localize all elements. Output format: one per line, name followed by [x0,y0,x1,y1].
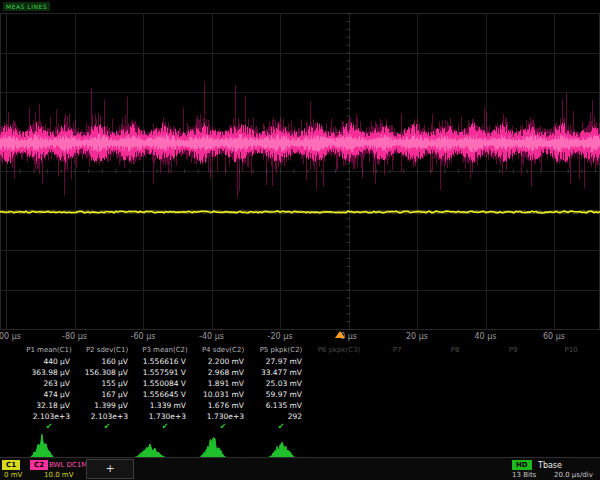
channel-c1-chip[interactable]: C1 [2,460,20,470]
measure-value: 2.968 mV [194,367,252,378]
measure-value: 10.031 mV [194,389,252,400]
channel-c1-scale: 10.0 mV [44,471,73,479]
measure-column-header[interactable]: P2 sdev(C1) [78,345,136,356]
measure-value: 156.308 µV [78,367,136,378]
time-tick-label: -100 µs [0,332,21,341]
measure-value: 1.676 mV [194,400,252,411]
measure-table: P1 mean(C1)P2 sdev(C1)P3 mean(C2)P4 sdev… [0,345,600,433]
measure-value [542,378,600,389]
timebase-label[interactable]: Tbase [538,461,562,470]
measure-column-header[interactable]: P9 [484,345,542,356]
measure-value: 155 µV [78,378,136,389]
measure-column-header[interactable]: P5 pkpk(C2) [252,345,310,356]
measure-value: 6.135 mV [252,400,310,411]
measure-value [426,378,484,389]
measure-status-check [542,422,600,433]
measure-value: 1.557591 V [136,367,194,378]
measure-status-check [310,422,368,433]
measure-status-check [426,422,484,433]
trigger-position-marker[interactable] [335,331,345,338]
measure-status-check [484,422,542,433]
measure-value: 167 µV [78,389,136,400]
time-tick-label: 40 µs [475,332,497,341]
measure-value: 263 µV [20,378,78,389]
measure-value: 2.103e+3 [78,411,136,422]
measure-value: 160 µV [78,356,136,367]
measure-value [368,367,426,378]
measure-column-header[interactable]: P4 sdev(C2) [194,345,252,356]
measure-value: 25.03 mV [252,378,310,389]
measure-value: 474 µV [20,389,78,400]
measure-value: 440 µV [20,356,78,367]
measure-value [368,411,426,422]
measure-value [426,356,484,367]
time-tick-label: -40 µs [199,332,224,341]
bottom-bar: C1 C2 BWL DC1M 0 mV 10.0 mV + HD Tbase 1… [0,457,600,480]
measure-column-header[interactable]: P7 [368,345,426,356]
measure-value: 1.556645 V [136,389,194,400]
measure-value: 1.730e+3 [194,411,252,422]
measure-value [310,378,368,389]
measure-value [426,367,484,378]
measure-value [310,411,368,422]
measure-value [484,367,542,378]
measure-value [484,389,542,400]
channel-c2-chip[interactable]: C2 [30,460,48,470]
measure-column-header[interactable]: P8 [426,345,484,356]
measure-column-header[interactable]: P10 [542,345,600,356]
measure-value: 292 [252,411,310,422]
time-tick-label: 20 µs [406,332,428,341]
measure-value [542,400,600,411]
measure-value: 2.103e+3 [20,411,78,422]
measure-value [542,367,600,378]
measure-value [426,400,484,411]
measure-value [310,367,368,378]
measure-status-check: ✔ [78,422,136,433]
measure-value: 1.339 mV [136,400,194,411]
measure-column-header[interactable]: P6 pkpk(C3) [310,345,368,356]
channel-c2-coupling: BWL DC1M [49,461,87,469]
time-tick-label: -20 µs [268,332,293,341]
measure-value [368,356,426,367]
status-badge: MEAS LINES [3,2,50,11]
time-tick-label: -60 µs [131,332,156,341]
measure-value [542,389,600,400]
measure-value: 1.550084 V [136,378,194,389]
hd-badge: HD [512,460,532,470]
measure-value [368,400,426,411]
measure-value [368,378,426,389]
measure-value: 33.477 mV [252,367,310,378]
measure-status-check: ✔ [252,422,310,433]
measure-value: 363.98 µV [20,367,78,378]
time-axis: -100 µs-80 µs-60 µs-40 µs-20 µs0 µs20 µs… [0,330,600,344]
measure-column-header[interactable]: P1 mean(C1) [20,345,78,356]
histicon-strip [0,433,600,459]
measure-value: 59.97 mV [252,389,310,400]
measure-value: 32.18 µV [20,400,78,411]
measure-value [310,356,368,367]
measure-status-check: ✔ [20,422,78,433]
measure-value [542,356,600,367]
measure-value: 1.556616 V [136,356,194,367]
measure-status-check: ✔ [194,422,252,433]
measure-value: 1.891 mV [194,378,252,389]
measure-value: 1.730e+3 [136,411,194,422]
measure-value [484,356,542,367]
time-tick-label: -80 µs [62,332,87,341]
measure-value [310,389,368,400]
time-tick-label: 60 µs [543,332,565,341]
measure-value [484,400,542,411]
add-trace-button[interactable]: + [86,459,134,479]
measure-status-check: ✔ [136,422,194,433]
measure-status-check [368,422,426,433]
waveform-display[interactable] [0,13,600,330]
measure-value: 27.97 mV [252,356,310,367]
measure-column-header[interactable]: P3 mean(C2) [136,345,194,356]
measure-value [310,400,368,411]
measure-value: 2.200 mV [194,356,252,367]
measure-value [368,389,426,400]
measure-value [484,378,542,389]
timebase-bits: 13 Bits [512,471,536,479]
timebase-scale: 20.0 µs/div [554,471,593,479]
measure-value [426,389,484,400]
